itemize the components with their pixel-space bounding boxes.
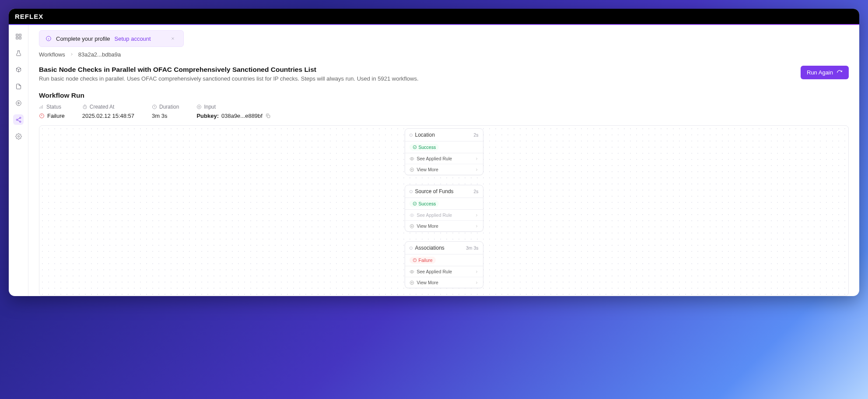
banner-close-button[interactable] [168, 34, 177, 43]
chevron-right-icon [475, 213, 479, 217]
chevron-right-icon [475, 168, 479, 172]
svg-point-19 [411, 215, 413, 216]
created-value: 2025.02.12 15:48:57 [82, 113, 134, 119]
see-applied-rule-row[interactable]: See Applied Rule [405, 210, 483, 220]
workflow-node: Location2sSuccessSee Applied RuleView Mo… [405, 128, 483, 175]
node-header: Source of Funds2s [405, 185, 483, 198]
brand-logo: REFLEX [15, 13, 43, 20]
svg-rect-1 [19, 34, 21, 35]
eye-icon [410, 156, 414, 161]
sidebar-play-icon[interactable] [13, 98, 24, 108]
view-more-row[interactable]: View More [405, 164, 483, 175]
node-duration: 2s [473, 189, 478, 194]
node-status: Success [405, 141, 483, 153]
banner-action-link[interactable]: Setup account [115, 35, 151, 42]
sidebar-file-icon[interactable] [13, 81, 24, 92]
svg-rect-2 [16, 37, 18, 39]
node-title: Location [410, 132, 435, 138]
chevron-right-icon [475, 157, 479, 161]
plus-circle-icon [410, 224, 414, 229]
view-more-row[interactable]: View More [405, 220, 483, 231]
sidebar-dashboard-icon[interactable] [13, 31, 24, 42]
meta-row: Status Failure Created At 2025.02.12 15:… [39, 104, 849, 119]
chevron-right-icon [475, 224, 479, 228]
breadcrumb-root[interactable]: Workflows [39, 51, 65, 58]
node-header: Associations3m 3s [405, 242, 483, 254]
eye-icon [410, 269, 414, 274]
breadcrumb: Workflows 83a2a2...bdba9a [39, 51, 849, 58]
svg-rect-14 [267, 115, 270, 118]
run-again-button[interactable]: Run Again [801, 66, 849, 79]
workflow-canvas[interactable]: Location2sSuccessSee Applied RuleView Mo… [39, 125, 849, 296]
topbar: REFLEX [9, 9, 859, 24]
redo-icon [836, 70, 843, 76]
chevron-right-icon [475, 281, 479, 285]
node-title: Associations [410, 245, 444, 251]
status-chip: Success [410, 144, 439, 151]
status-chip: Failure [410, 257, 436, 264]
svg-rect-3 [19, 37, 21, 39]
sidebar-lab-icon[interactable] [13, 48, 24, 58]
breadcrumb-id[interactable]: 83a2a2...bdba9a [78, 51, 121, 58]
profile-banner: Complete your profile Setup account [39, 30, 184, 47]
workflow-node: Associations3m 3sFailureSee Applied Rule… [405, 241, 483, 288]
chevron-right-icon [475, 270, 479, 274]
node-dot-icon [410, 134, 413, 137]
run-again-label: Run Again [807, 69, 833, 76]
node-header: Location2s [405, 129, 483, 141]
alert-icon [39, 113, 45, 119]
section-title: Workflow Run [39, 92, 849, 99]
duration-value: 3m 3s [152, 113, 179, 119]
banner-text: Complete your profile [56, 35, 110, 42]
page-title: Basic Node Checks in Parallel with OFAC … [39, 66, 419, 74]
node-dot-icon [410, 190, 413, 193]
node-status: Success [405, 198, 483, 210]
svg-rect-0 [16, 34, 18, 35]
sidebar-cube-icon[interactable] [13, 64, 24, 75]
sidebar [9, 25, 28, 296]
svg-point-16 [411, 158, 413, 159]
eye-icon [410, 213, 414, 218]
page-description: Run basic node checks in parallel. Uses … [39, 75, 419, 82]
svg-point-7 [19, 121, 21, 122]
sidebar-settings-icon[interactable] [13, 131, 24, 141]
plus-circle-icon [410, 167, 414, 172]
node-duration: 3m 3s [466, 245, 479, 251]
input-label: Input [196, 104, 271, 110]
status-chip: Success [410, 200, 439, 207]
main-content: Complete your profile Setup account Work… [28, 25, 859, 296]
plus-circle-icon [410, 280, 414, 285]
clock-icon [152, 104, 157, 109]
plus-circle-icon [196, 104, 202, 109]
svg-point-22 [411, 271, 413, 272]
svg-point-6 [16, 119, 18, 120]
workflow-node: Source of Funds2sSuccessSee Applied Rule… [405, 185, 483, 232]
svg-point-4 [16, 100, 21, 105]
see-applied-rule-row[interactable]: See Applied Rule [405, 153, 483, 164]
bars-icon [39, 104, 44, 109]
node-duration: 2s [473, 132, 478, 138]
svg-point-5 [19, 117, 21, 118]
sidebar-share-icon[interactable] [13, 114, 24, 125]
see-applied-rule-row[interactable]: See Applied Rule [405, 266, 483, 277]
node-dot-icon [410, 247, 413, 250]
copy-icon[interactable] [265, 113, 271, 119]
close-icon [171, 36, 175, 41]
duration-label: Duration [152, 104, 179, 110]
status-label: Status [39, 104, 65, 110]
created-label: Created At [82, 104, 134, 110]
app-window: REFLEX [9, 9, 859, 296]
svg-point-15 [413, 145, 416, 149]
svg-point-18 [413, 202, 416, 205]
node-title: Source of Funds [410, 188, 454, 194]
status-value: Failure [39, 113, 65, 119]
timer-icon [82, 104, 88, 109]
chevron-right-icon [70, 51, 74, 58]
svg-point-8 [18, 135, 19, 137]
info-icon [46, 35, 52, 42]
view-more-row[interactable]: View More [405, 277, 483, 288]
input-value: Pubkey: 038a9e...e889bf [196, 113, 271, 119]
node-status: Failure [405, 254, 483, 266]
